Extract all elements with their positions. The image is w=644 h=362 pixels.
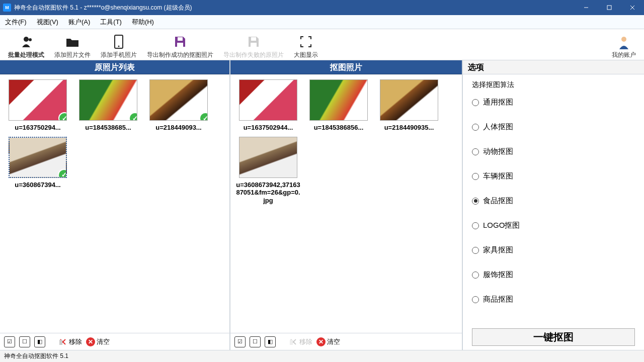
clear-button-left[interactable]: ✕ 清空 xyxy=(86,337,110,346)
result-panel-header: 抠图照片 xyxy=(230,60,462,74)
thumb-label: u=2184490935... xyxy=(376,124,442,132)
algorithm-option[interactable]: 食品抠图 xyxy=(472,196,635,206)
titlebar: M 神奇全自动抠图软件 5.1 - z******o@shenqixiangsu… xyxy=(0,0,644,15)
radio-icon xyxy=(472,198,479,205)
radio-label: 服饰抠图 xyxy=(483,270,513,280)
radio-label: LOGO抠图 xyxy=(483,221,520,230)
check-badge-icon: ✓ xyxy=(58,169,67,178)
add-file-button[interactable]: 添加照片文件 xyxy=(49,30,96,59)
batch-mode-button[interactable]: 批量处理模式 xyxy=(3,30,49,59)
folder-icon xyxy=(64,34,80,50)
algorithm-option[interactable]: 服饰抠图 xyxy=(472,270,635,280)
save-icon xyxy=(172,34,188,50)
export-fail-label: 导出制作失败的原照片 xyxy=(223,51,284,59)
original-thumb[interactable]: ✓u=218449093... xyxy=(146,79,211,132)
svg-rect-1 xyxy=(607,6,611,10)
export-ok-label: 导出制作成功的抠图照片 xyxy=(147,51,213,59)
algorithm-option[interactable]: LOGO抠图 xyxy=(472,221,635,230)
export-fail-button: 导出制作失败的原照片 xyxy=(218,30,289,59)
radio-icon xyxy=(472,148,479,155)
thumb-image xyxy=(309,79,368,121)
algorithm-option[interactable]: 动物抠图 xyxy=(472,147,635,156)
radio-icon xyxy=(472,272,479,279)
invert-select-icon[interactable]: ◧ xyxy=(34,336,45,347)
result-thumb[interactable]: u=1845386856... xyxy=(306,79,371,132)
statusbar: 神奇全自动抠图软件 5.1 xyxy=(0,350,644,362)
menubar: 文件(F) 视图(V) 账户(A) 工具(T) 帮助(H) xyxy=(0,15,644,29)
radio-icon xyxy=(472,296,479,303)
window-title: 神奇全自动抠图软件 5.1 - z******o@shenqixiangsu.c… xyxy=(14,4,575,12)
original-thumb-grid: ✓u=163750294...✓u=184538685...✓u=2184490… xyxy=(0,74,229,333)
menu-tools[interactable]: 工具(T) xyxy=(100,18,122,27)
result-thumb[interactable]: u=1637502944... xyxy=(235,79,301,132)
algorithm-option[interactable]: 车辆抠图 xyxy=(472,171,635,181)
status-text: 神奇全自动抠图软件 5.1 xyxy=(4,352,68,359)
original-thumb[interactable]: ✓u=360867394... xyxy=(5,137,70,189)
radio-label: 通用抠图 xyxy=(483,98,513,107)
options-panel: 选项 选择抠图算法 通用抠图人体抠图动物抠图车辆抠图食品抠图LOGO抠图家具抠图… xyxy=(463,60,644,350)
export-ok-button[interactable]: 导出制作成功的抠图照片 xyxy=(142,30,218,59)
algorithm-option[interactable]: 人体抠图 xyxy=(472,122,635,132)
save-fail-icon xyxy=(246,34,262,50)
svg-rect-9 xyxy=(178,37,183,41)
svg-rect-11 xyxy=(251,37,256,41)
svg-point-5 xyxy=(29,38,32,41)
radio-icon xyxy=(472,222,479,229)
maximize-button[interactable] xyxy=(598,0,621,15)
algorithm-option[interactable]: 家具抠图 xyxy=(472,245,635,255)
original-panel-footer: ☑ ☐ ◧ 移除 ✕ 清空 xyxy=(0,333,229,350)
result-thumb-grid: u=1637502944...u=1845386856...u=21844909… xyxy=(230,74,462,333)
menu-view[interactable]: 视图(V) xyxy=(37,18,58,27)
options-body: 选择抠图算法 通用抠图人体抠图动物抠图车辆抠图食品抠图LOGO抠图家具抠图服饰抠… xyxy=(463,74,644,328)
radio-label: 车辆抠图 xyxy=(483,171,513,181)
clear-icon-r: ✕ xyxy=(316,337,326,346)
menu-help[interactable]: 帮助(H) xyxy=(132,18,154,27)
remove-button-left[interactable]: 移除 xyxy=(58,337,82,346)
expand-icon xyxy=(298,34,314,50)
original-thumb[interactable]: ✓u=163750294... xyxy=(5,79,70,132)
big-view-label: 大图显示 xyxy=(294,51,318,59)
thumb-image xyxy=(380,79,438,121)
remove-button-right: 移除 xyxy=(289,337,312,346)
radio-icon xyxy=(472,247,479,254)
batch-label: 批量处理模式 xyxy=(8,51,44,59)
result-thumb[interactable]: u=2184490935... xyxy=(376,79,442,132)
one-click-cutout-button[interactable]: 一键抠图 xyxy=(472,328,635,346)
select-all-icon[interactable]: ☑ xyxy=(4,336,15,347)
thumb-image xyxy=(239,79,297,121)
svg-point-7 xyxy=(118,45,120,47)
add-file-label: 添加照片文件 xyxy=(54,51,91,59)
radio-label: 食品抠图 xyxy=(483,196,513,206)
thumb-label: u=163750294... xyxy=(5,124,70,132)
toolbar: 批量处理模式 添加照片文件 添加手机照片 导出制作成功的抠图照片 导出制作失败的… xyxy=(0,29,644,60)
check-badge-icon: ✓ xyxy=(58,112,67,121)
svg-point-4 xyxy=(24,37,29,42)
result-thumb[interactable]: u=3608673942,3716387051&fm=26&gp=0.jpg xyxy=(235,137,301,205)
result-photos-panel: 抠图照片 u=1637502944...u=1845386856...u=218… xyxy=(230,60,463,350)
original-thumb[interactable]: ✓u=184538685... xyxy=(75,79,141,132)
check-badge-icon: ✓ xyxy=(129,112,137,121)
svg-point-12 xyxy=(621,37,626,42)
radio-icon xyxy=(472,173,479,180)
big-view-button[interactable]: 大图显示 xyxy=(289,30,323,59)
thumb-label: u=218449093... xyxy=(146,124,211,132)
select-none-icon[interactable]: ☐ xyxy=(19,336,30,347)
clear-button-right[interactable]: ✕ 清空 xyxy=(316,337,340,346)
minimize-button[interactable] xyxy=(575,0,598,15)
select-none-icon-r[interactable]: ☐ xyxy=(250,336,261,347)
svg-rect-10 xyxy=(251,43,257,47)
my-account-label: 我的账户 xyxy=(612,51,636,59)
svg-rect-8 xyxy=(177,43,183,47)
algorithm-radio-group: 通用抠图人体抠图动物抠图车辆抠图食品抠图LOGO抠图家具抠图服饰抠图商品抠图 xyxy=(472,98,635,304)
my-account-button[interactable]: 我的账户 xyxy=(607,30,641,59)
select-all-icon-r[interactable]: ☑ xyxy=(234,336,246,347)
menu-file[interactable]: 文件(F) xyxy=(5,18,27,27)
algorithm-option[interactable]: 通用抠图 xyxy=(472,98,635,107)
options-header: 选项 xyxy=(463,60,644,74)
content-area: 原照片列表 ✓u=163750294...✓u=184538685...✓u=2… xyxy=(0,60,644,350)
menu-account[interactable]: 账户(A) xyxy=(68,18,90,27)
add-phone-button[interactable]: 添加手机照片 xyxy=(96,30,142,59)
invert-select-icon-r[interactable]: ◧ xyxy=(265,336,276,347)
close-button[interactable] xyxy=(621,0,644,15)
algorithm-option[interactable]: 商品抠图 xyxy=(472,295,635,304)
